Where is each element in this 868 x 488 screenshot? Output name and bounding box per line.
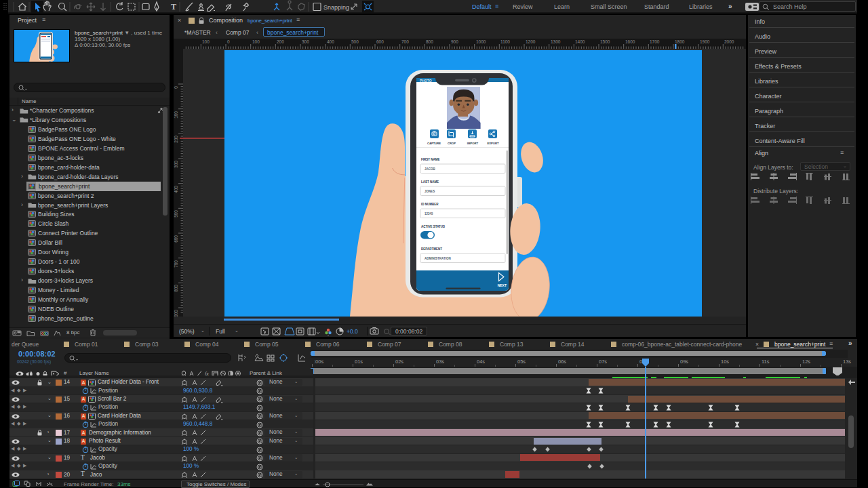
svg-text:500: 500 [174, 210, 178, 218]
svg-text:DEPARTMENT: DEPARTMENT [421, 247, 442, 251]
svg-text:800: 800 [426, 39, 433, 44]
svg-text:700: 700 [401, 39, 409, 44]
svg-text:CAPTURE: CAPTURE [427, 142, 441, 145]
svg-text:300: 300 [174, 161, 178, 168]
svg-text:200: 200 [174, 136, 178, 143]
svg-text:400: 400 [327, 39, 334, 44]
svg-text:1900: 1900 [700, 39, 710, 44]
svg-text:FIRST NAME: FIRST NAME [421, 158, 440, 161]
svg-text:600: 600 [376, 39, 384, 44]
svg-text:IMPORT: IMPORT [467, 142, 479, 145]
svg-text:200: 200 [277, 39, 284, 44]
svg-text:1200: 1200 [526, 39, 536, 44]
svg-text:1300: 1300 [551, 39, 561, 44]
svg-text:300: 300 [302, 39, 309, 44]
svg-text:100: 100 [202, 39, 210, 44]
svg-text:1800: 1800 [675, 39, 685, 44]
svg-text:1700: 1700 [650, 39, 660, 44]
svg-text:0: 0 [174, 86, 178, 89]
svg-text:1600: 1600 [625, 39, 635, 44]
svg-text:1500: 1500 [600, 39, 610, 44]
svg-text:LAST NAME: LAST NAME [421, 180, 439, 184]
svg-text:0: 0 [227, 39, 230, 44]
svg-text:JONES: JONES [425, 190, 435, 193]
svg-text:800: 800 [174, 285, 178, 292]
svg-text:600: 600 [174, 235, 178, 243]
svg-text:400: 400 [174, 186, 178, 193]
svg-text:500: 500 [351, 39, 359, 44]
svg-text:Snapping: Snapping [323, 4, 349, 11]
svg-text:ADMINISTRATION: ADMINISTRATION [425, 257, 451, 260]
svg-text:JACOB: JACOB [425, 167, 436, 171]
svg-text:ACTIVE STATUS: ACTIVE STATUS [421, 225, 445, 228]
svg-text:NEXT: NEXT [498, 283, 507, 287]
svg-text:1100: 1100 [500, 39, 510, 44]
svg-text:12345: 12345 [425, 212, 433, 216]
svg-text:1000: 1000 [476, 39, 486, 44]
svg-text:1400: 1400 [575, 39, 585, 44]
svg-text:T: T [171, 2, 176, 12]
svg-text:2000: 2000 [724, 39, 734, 44]
svg-text:900: 900 [174, 310, 178, 317]
svg-text:700: 700 [174, 260, 178, 268]
svg-text:CROP: CROP [448, 142, 456, 145]
svg-text:PHOTO: PHOTO [420, 79, 432, 83]
svg-text:100: 100 [252, 39, 260, 44]
svg-text:EXPORT: EXPORT [487, 142, 499, 145]
svg-text:900: 900 [451, 39, 458, 44]
svg-text:100: 100 [174, 111, 178, 119]
svg-text:ID NUMBER: ID NUMBER [421, 203, 439, 206]
